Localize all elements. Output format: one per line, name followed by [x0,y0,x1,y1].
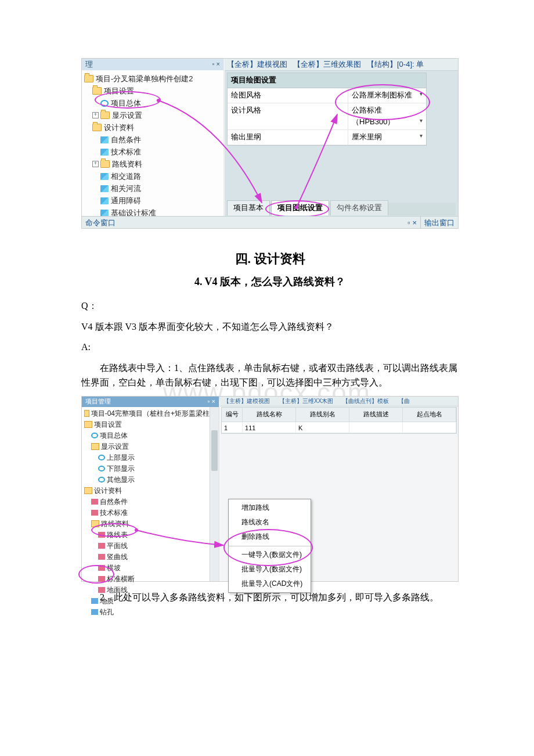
setting-row[interactable]: 设计风格 公路标准（HPB300）▾ [228,103,426,131]
tab-basic[interactable]: 项目基本 [227,200,270,215]
tree-item[interactable]: 相交道路 [84,170,221,182]
tree-label: 路线资料 [101,519,129,530]
drawing-settings-panel: 项目绘图设置 绘图风格 公路厘米制图标准▾ 设计风格 公路标准（HPB300）▾… [227,73,427,146]
menu-item-rename[interactable]: 路线改名 [229,515,311,530]
link-icon [98,455,105,460]
main-area: 【全桥】建模视图 【全桥】三维效果图 【结构】[0-4]: 单 项目绘图设置 绘… [225,59,458,228]
tree-label: 相关河流 [111,182,141,195]
tree-root[interactable]: 项目-04完整项目（桩柱台+矩形盖梁柱） [84,408,217,419]
menu-item-import-batch-cad[interactable]: 批量导入(CAD文件) [229,577,311,591]
tree-item-route-table[interactable]: 路线表 [84,530,217,541]
tree-item[interactable]: 相关河流 [84,182,221,195]
menu-item-import-one[interactable]: 一键导入(数据文件) [229,546,311,562]
screenshot-2: 项目管理 ▫ × 项目-04完整项目（桩柱台+矩形盖梁柱） 项目设置 项目总体 … [81,396,459,582]
grid-row[interactable]: 1 111 K [222,422,456,433]
tree-label: 项目-分叉箱梁单独构件创建2 [96,73,193,85]
tree-item[interactable]: 技术标准 [84,507,217,519]
cmd-window-label[interactable]: 命令窗口 [82,217,228,228]
tree-label: 自然条件 [100,496,128,507]
tree-item[interactable]: 其他显示 [84,474,217,485]
tree-item[interactable]: 横坡 [84,563,217,574]
tree-item[interactable]: 竖曲线 [84,552,217,563]
tree-item-design-data[interactable]: 设计资料 [84,121,221,134]
tree-label: 下部显示 [107,463,135,474]
tree-label: 钻孔 [100,607,114,618]
output-window-label[interactable]: 输出窗口 [420,217,458,228]
tree-label: 自然条件 [111,134,141,146]
chevron-down-icon[interactable]: ▾ [420,116,423,125]
tree-item[interactable]: 设计资料 [84,485,217,496]
tree-item[interactable]: 平面线 [84,541,217,552]
tab-drawing-settings[interactable]: 项目图纸设置 [271,200,329,215]
tree-item[interactable]: 显示设置 [84,441,217,452]
tree-item-display[interactable]: +显示设置 [84,109,221,121]
leaf-icon [100,149,109,156]
tree-item[interactable]: 地面线 [84,585,217,596]
tree-item[interactable]: 项目总体 [84,430,217,441]
tree-item[interactable]: 上部显示 [84,452,217,463]
chevron-down-icon[interactable]: ▾ [420,131,423,141]
grid-header: 编号 路线名称 路线别名 路线描述 起点地名 [222,408,456,422]
tree-item[interactable]: 钻孔 [84,607,217,618]
tab[interactable]: 【全桥】建模视图 [227,59,287,71]
tab-component-names[interactable]: 勾件名称设置 [330,200,388,215]
expand-icon[interactable]: + [92,112,99,118]
tree-label: 项目-04完整项目（桩柱台+矩形盖梁柱） [91,408,217,419]
leaf-icon [98,576,105,582]
tab[interactable]: 【全桥】三维效果图 [293,59,361,71]
tree-item-overall[interactable]: 项目总体 [84,97,221,109]
tree-label: 项目设置 [94,419,122,430]
tree-item[interactable]: 地质 [84,596,217,607]
tab[interactable]: 【主桥】建模视图 [220,397,273,406]
tree-item[interactable]: 路线资料 [84,519,217,530]
col-header: 路线名称 [243,408,296,422]
scrollbar-thumb[interactable] [211,430,218,471]
tree-item[interactable]: 标准横断 [84,574,217,585]
pin-close-icon[interactable]: ▫ × [208,397,215,407]
leaf-icon [98,554,105,560]
tree-item[interactable]: 下部显示 [84,463,217,474]
setting-value[interactable]: 厘米里纲▾ [348,130,426,145]
leaf-icon [91,609,98,615]
menu-item-import-batch-data[interactable]: 批量导入(数据文件) [229,562,311,577]
main-area: 【主桥】建模视图 【主桥】三维XX木图 【曲线点刊】模板 【曲 编号 路线名称 … [220,397,458,581]
pin-close-icon[interactable]: ▫ × [404,217,420,228]
chevron-down-icon[interactable]: ▾ [420,89,423,99]
menu-item-add[interactable]: 增加路线 [229,501,311,515]
tree-item[interactable]: 技术标准 [84,146,221,158]
panel-title: 项目管理 [85,397,111,407]
setting-row[interactable]: 输出里纲 厘米里纲▾ [228,130,426,145]
tree-item[interactable]: 自然条件 [84,496,217,507]
tree-label: 其他显示 [107,474,135,485]
a-text: 在路线表中导入：1、点住路线表，单击鼠标右键，或者双击路线表，可以调出路线表属性… [81,361,459,390]
tree-item[interactable]: 自然条件 [84,134,221,146]
setting-row[interactable]: 绘图风格 公路厘米制图标准▾ [228,88,426,103]
expand-icon[interactable]: + [92,161,99,167]
tree-item[interactable]: 项目设置 [84,419,217,430]
col-header: 编号 [222,408,243,422]
tree-root[interactable]: 项目-分叉箱梁单独构件创建2 [84,73,221,85]
tree-item[interactable]: 通用障碍 [84,195,221,207]
tab[interactable]: 【曲线点刊】模板 [339,397,392,406]
folder-icon [100,111,110,119]
tree-label: 平面线 [107,541,128,552]
tab[interactable]: 【主桥】三维XX木图 [276,397,337,406]
tab[interactable]: 【结构】[0-4]: 单 [367,59,424,71]
pin-close-icon[interactable]: ▫ × [212,59,220,70]
question-heading: 4. V4 版本，怎么导入路线资料？ [81,273,459,290]
context-menu: 增加路线 路线改名 删除路线 一键导入(数据文件) 批量导入(数据文件) 批量导… [228,499,311,593]
scrollbar[interactable] [210,407,219,581]
menu-item-delete[interactable]: 删除路线 [229,530,311,544]
tree-label: 相交道路 [111,170,141,182]
bottom-strip: 命令窗口 ▫ × 输出窗口 [82,216,458,228]
tree-item-route[interactable]: +路线资料 [84,158,221,170]
setting-value[interactable]: 公路厘米制图标准▾ [348,88,426,103]
leaf-icon [91,499,98,505]
col-header: 路线别名 [296,408,349,422]
setting-value[interactable]: 公路标准（HPB300）▾ [348,103,426,130]
folder-icon [92,124,102,131]
tab[interactable]: 【曲 [395,397,413,406]
tree-label: 项目设置 [104,85,134,97]
tree-item-settings[interactable]: 项目设置 [84,85,221,97]
tree-label: 标准横断 [107,574,135,585]
